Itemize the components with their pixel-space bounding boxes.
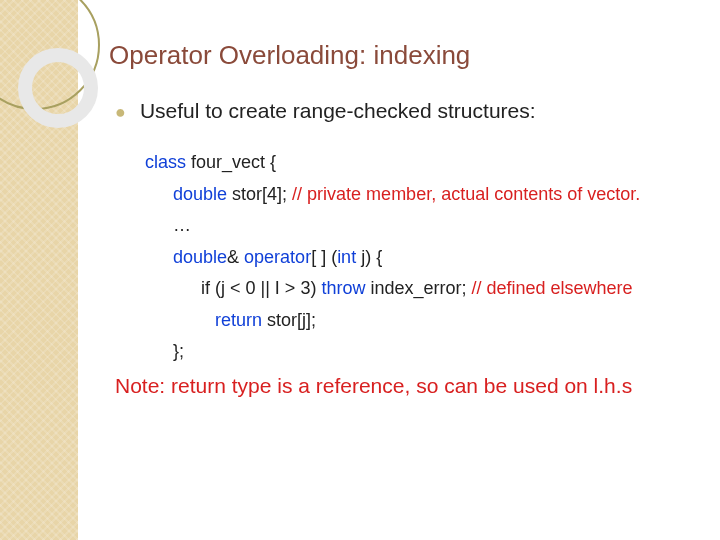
code-keyword: throw	[321, 278, 365, 298]
code-text: &	[227, 247, 244, 267]
code-keyword: double	[173, 247, 227, 267]
code-comment: // private member, actual contents of ve…	[292, 184, 640, 204]
code-line: return stor[j];	[145, 305, 700, 337]
note-text: Note: return type is a reference, so can…	[115, 374, 700, 398]
code-keyword: return	[215, 310, 262, 330]
bullet-text: Useful to create range-checked structure…	[140, 99, 536, 123]
code-line: };	[145, 336, 700, 368]
code-comment: // defined elsewhere	[471, 278, 632, 298]
code-block: class four_vect { double stor[4]; // pri…	[145, 147, 700, 368]
code-keyword: operator	[244, 247, 311, 267]
bullet-item: ● Useful to create range-checked structu…	[115, 99, 700, 123]
code-text: stor[4];	[227, 184, 292, 204]
code-text: j) {	[356, 247, 382, 267]
code-line: class four_vect {	[145, 147, 700, 179]
decorative-circle-inner	[18, 48, 98, 128]
code-text: if (j < 0 || I > 3)	[201, 278, 321, 298]
code-text: index_error;	[365, 278, 471, 298]
slide-content: Operator Overloading: indexing ● Useful …	[95, 0, 700, 398]
code-line: if (j < 0 || I > 3) throw index_error; /…	[145, 273, 700, 305]
code-line: double stor[4]; // private member, actua…	[145, 179, 700, 211]
bullet-icon: ●	[115, 103, 126, 121]
code-text: [ ] (	[311, 247, 337, 267]
code-keyword: class	[145, 152, 186, 172]
code-keyword: int	[337, 247, 356, 267]
code-text: four_vect {	[186, 152, 276, 172]
code-keyword: double	[173, 184, 227, 204]
code-line: double& operator[ ] (int j) {	[145, 242, 700, 274]
code-text: stor[j];	[262, 310, 316, 330]
code-line: …	[145, 210, 700, 242]
slide-title: Operator Overloading: indexing	[109, 40, 700, 71]
